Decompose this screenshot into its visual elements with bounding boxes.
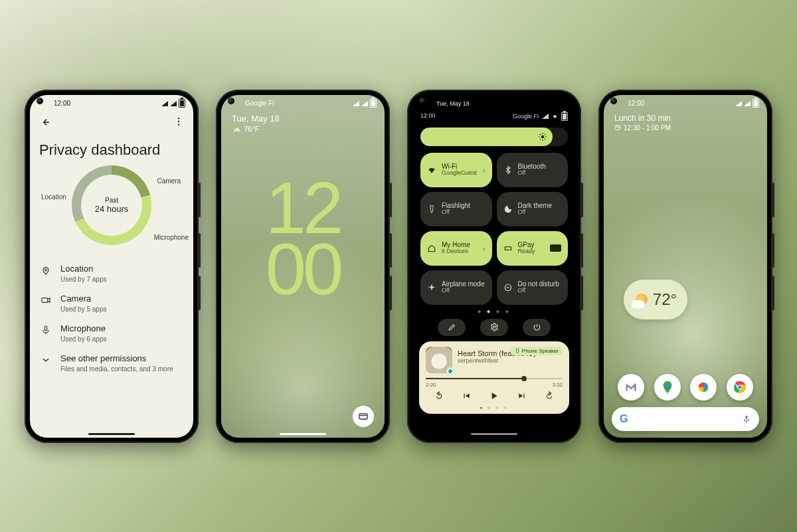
chevron-right-icon: › (483, 166, 486, 174)
tile-icon (503, 165, 513, 175)
perm-row-camera[interactable]: Camera Used by 5 apps (30, 288, 193, 318)
front-camera-dot (610, 98, 617, 104)
signal-icon (542, 114, 549, 119)
maps-icon[interactable] (654, 374, 681, 400)
wifi-icon (735, 101, 742, 106)
perm-sub: Files and media, contacts, and 3 more (60, 365, 173, 373)
rewind-10-button[interactable] (434, 391, 444, 403)
more-icon[interactable] (173, 116, 184, 131)
gmail-icon[interactable] (618, 374, 644, 400)
chevron-down-icon (41, 355, 51, 368)
usage-donut-chart: Past 24 hours Location Camera Microphone (72, 165, 151, 245)
wifi-icon (552, 114, 558, 120)
status-bar-2: 12:00 Google Fi (412, 111, 576, 122)
status-time: 12:00 (54, 100, 70, 107)
svg-rect-5 (44, 326, 46, 331)
tile-sub: Off (518, 288, 559, 294)
weather-temp: 72° (653, 290, 677, 309)
photos-icon[interactable] (690, 374, 717, 400)
settings-button[interactable] (480, 319, 508, 336)
perm-title: See other permissions (60, 353, 173, 363)
svg-point-2 (178, 124, 179, 125)
nav-home-bar[interactable] (88, 433, 135, 435)
seek-bar[interactable] (426, 378, 563, 379)
qs-tile-bluetooth[interactable]: BluetoothOff (497, 153, 569, 187)
perm-title: Microphone (60, 323, 107, 333)
qs-tile-wi-fi[interactable]: Wi-FiGoogleGuest› (420, 153, 492, 187)
prev-track-button[interactable] (462, 391, 471, 403)
tile-icon (503, 283, 513, 292)
camera-icon (41, 295, 51, 308)
perm-row-location[interactable]: Location Used by 7 apps (30, 258, 193, 288)
tile-sub: GoogleGuest (442, 170, 477, 177)
tile-sub: Off (442, 288, 484, 294)
qs-tile-airplane-mode[interactable]: Airplane modeOff (420, 270, 492, 305)
page-dots: ● ● ● ● (412, 305, 576, 319)
forward-30-button[interactable] (545, 391, 554, 403)
tile-icon (503, 244, 513, 253)
play-button[interactable] (489, 391, 499, 404)
elapsed-time: 2:20 (426, 382, 436, 388)
next-track-button[interactable] (517, 391, 527, 403)
svg-rect-11 (616, 126, 620, 130)
location-icon (41, 265, 51, 278)
nav-home-bar[interactable] (471, 433, 517, 435)
status-bar: 12:00 (30, 95, 193, 111)
chart-label-microphone: Microphone (154, 234, 189, 241)
quick-settings-grid: Wi-FiGoogleGuest›BluetoothOffFlashlightO… (412, 153, 576, 305)
weather-widget[interactable]: 72° (624, 280, 687, 319)
tile-sub: 6 Devices (442, 248, 470, 255)
battery-icon (753, 99, 759, 108)
status-bar: Google Fi (221, 95, 385, 111)
phone-quick-settings: Tue, May 18 12:00 Google Fi Wi-FiGoogleG… (407, 90, 581, 443)
status-bar: Tue, May 18 (412, 95, 576, 111)
status-bar: 12:00 (604, 95, 767, 111)
chevron-right-icon: › (483, 244, 486, 252)
media-player-card[interactable]: Phone Speaker Heart Storm (feat. NAO) se… (419, 341, 569, 414)
output-badge[interactable]: Phone Speaker (511, 347, 563, 355)
tile-sub: Off (442, 209, 470, 216)
back-icon[interactable] (39, 116, 51, 131)
perm-title: Camera (60, 294, 107, 304)
brightness-slider[interactable] (420, 128, 568, 146)
qs-tile-my-home[interactable]: My Home6 Devices› (420, 231, 492, 266)
svg-point-0 (178, 118, 179, 119)
perm-sub: Used by 6 apps (60, 335, 107, 343)
power-button[interactable] (523, 319, 551, 336)
media-dots: ● ○ ○ ○ (426, 405, 563, 410)
perm-row-microphone[interactable]: Microphone Used by 6 apps (30, 318, 193, 348)
tile-icon (503, 205, 513, 214)
signal-icon (361, 101, 368, 106)
status-icons (353, 99, 377, 108)
svg-rect-6 (359, 414, 367, 419)
at-a-glance-sub[interactable]: 12:30 - 1:00 PM (604, 123, 767, 133)
nav-home-bar[interactable] (280, 433, 326, 435)
front-camera-dot (419, 98, 426, 104)
qs-tile-gpay[interactable]: GPayReady (497, 231, 569, 266)
battery-icon (179, 99, 185, 108)
google-g-icon: G (620, 413, 628, 425)
app-dock (604, 374, 767, 400)
svg-point-1 (178, 120, 179, 122)
clock-minutes: 00 (221, 238, 385, 300)
wallet-button[interactable] (353, 406, 374, 427)
voice-search-icon[interactable] (742, 414, 751, 424)
perm-row-other[interactable]: See other permissions Files and media, c… (30, 348, 193, 378)
perm-sub: Used by 7 apps (60, 276, 107, 283)
page-title: Privacy dashboard (39, 141, 184, 159)
tile-icon (427, 283, 436, 292)
qs-tile-dark-theme[interactable]: Dark themeOff (497, 192, 569, 226)
at-a-glance-title[interactable]: Lunch in 30 min (604, 111, 767, 123)
battery-icon (561, 112, 568, 121)
phone-lockscreen: Google Fi Tue, May 18 ⛅ 76°F 12 00 (216, 90, 390, 443)
svg-rect-10 (516, 349, 518, 353)
qs-tile-flashlight[interactable]: FlashlightOff (420, 192, 492, 226)
edit-tiles-button[interactable] (438, 319, 466, 336)
search-bar[interactable]: G (612, 407, 759, 431)
svg-point-9 (493, 326, 495, 328)
front-camera-dot (228, 98, 234, 104)
qs-tile-do-not-disturb[interactable]: Do not disturbOff (497, 270, 569, 305)
chrome-icon[interactable] (727, 374, 753, 400)
status-date: Tue, May 18 (436, 100, 470, 107)
tile-sub: Off (518, 170, 546, 177)
